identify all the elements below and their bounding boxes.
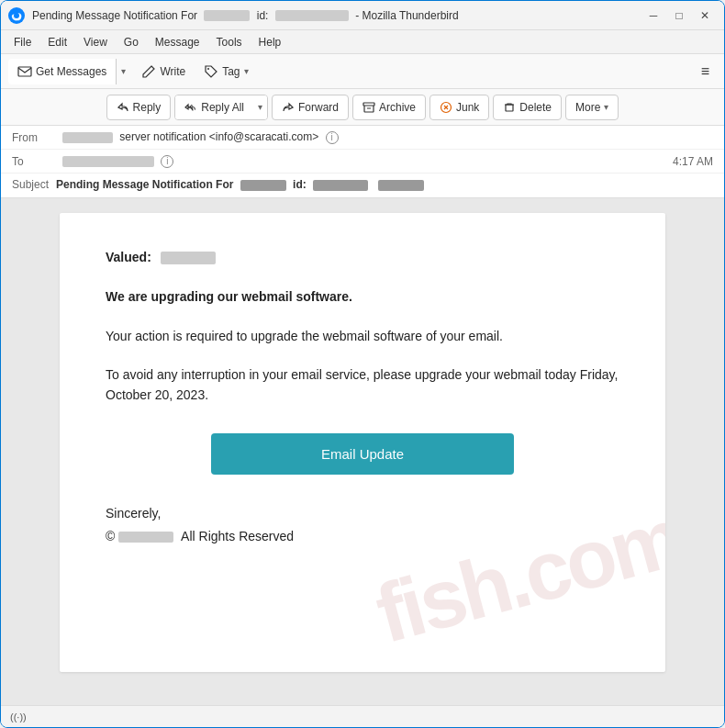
more-button[interactable]: More ▾ [565,95,619,120]
title-id: id: [257,9,269,22]
from-row: From server notification <info@scaracati… [1,126,724,150]
hamburger-menu-button[interactable]: ≡ [694,60,717,84]
svg-rect-6 [506,105,513,111]
svg-point-1 [14,13,19,18]
app-icon [8,7,25,24]
reply-all-main-button[interactable]: Reply All [175,95,253,119]
svg-rect-4 [363,103,374,106]
from-value: server notification <info@scaracati.com>… [62,130,713,144]
greeting-name-redacted [161,252,216,264]
menu-tools[interactable]: Tools [209,34,250,50]
get-messages-split-button[interactable]: Get Messages ▾ [8,59,130,84]
archive-button[interactable]: Archive [352,95,426,120]
menu-message[interactable]: Message [148,34,207,50]
signature-line2: © All Rights Reserved [106,525,619,548]
from-info-icon[interactable]: i [326,131,339,144]
to-value: i [62,154,673,168]
forward-button[interactable]: Forward [272,95,349,120]
more-label: More [575,101,600,114]
menubar: File Edit View Go Message Tools Help [1,30,724,54]
trash-icon [503,101,516,114]
menu-view[interactable]: View [76,34,115,50]
email-paragraph-2: Your action is required to upgrade the w… [106,326,619,346]
reply-all-label: Reply All [201,101,244,114]
main-toolbar: Get Messages ▾ Write Tag ▾ ≡ [1,54,724,89]
subject-value: Pending Message Notification For id: [56,178,428,191]
reply-button[interactable]: Reply [106,95,172,120]
junk-button[interactable]: Junk [429,95,489,120]
forward-label: Forward [298,101,339,114]
email-paragraph-1: We are upgrading our webmail software. [106,286,619,307]
subject-id-part: id: [293,178,307,191]
menu-go[interactable]: Go [117,34,146,50]
reply-all-chevron-icon: ▾ [258,102,262,112]
titlebar: Pending Message Notification For id: - M… [1,1,724,30]
tag-icon [204,64,218,79]
email-content: fish.com Valued: We are upgrading our we… [60,213,665,672]
menu-file[interactable]: File [6,34,39,50]
from-address: server notification <info@scaracati.com> [119,130,318,143]
reply-all-dropdown-button[interactable]: ▾ [253,95,267,119]
get-messages-dropdown-button[interactable]: ▾ [116,59,130,84]
delete-label: Delete [519,101,552,114]
action-toolbar: Reply Reply All ▾ [1,89,724,126]
subject-label: Subject [12,178,49,191]
email-greeting: Valued: [106,250,619,264]
email-paragraph-3: To avoid any interruption in your email … [106,364,619,406]
tag-button[interactable]: Tag ▾ [196,61,255,83]
to-row: To i 4:17 AM [1,150,724,174]
close-button[interactable]: ✕ [693,6,717,26]
greeting-text: Valued: [106,250,151,264]
write-button[interactable]: Write [134,61,193,83]
forward-icon [282,101,295,114]
write-label: Write [160,65,185,78]
archive-icon [362,101,375,114]
get-messages-label: Get Messages [36,65,106,78]
email-headers: From server notification <info@scaracati… [1,126,724,198]
statusbar: ((·)) [1,705,724,727]
chevron-down-icon: ▾ [121,66,126,76]
tag-chevron-icon: ▾ [244,66,249,76]
reply-all-icon [184,101,197,114]
signature-line1: Sincerely, [106,502,619,525]
reply-all-split-button[interactable]: Reply All ▾ [174,95,268,120]
svg-rect-2 [18,67,31,76]
cta-button-wrapper: Email Update [106,433,619,475]
svg-point-3 [207,68,209,70]
subject-text-part1: Pending Message Notification For [56,178,233,191]
to-label: To [12,155,62,168]
reply-icon [117,101,129,114]
to-info-icon[interactable]: i [161,155,173,168]
more-chevron-icon: ▾ [604,102,608,112]
signal-icon: ((·)) [10,711,27,722]
junk-icon [440,101,452,114]
signature-rights: All Rights Reserved [181,529,294,543]
window-controls: ─ □ ✕ [641,6,717,26]
app-name: Mozilla Thunderbird [362,9,458,22]
email-body-area[interactable]: fish.com Valued: We are upgrading our we… [1,198,724,705]
envelope-icon [17,64,32,79]
menu-help[interactable]: Help [251,34,289,50]
delete-button[interactable]: Delete [493,95,562,120]
tag-label: Tag [222,65,240,78]
reply-label: Reply [133,101,162,114]
subject-row: Subject Pending Message Notification For… [1,174,724,197]
junk-label: Junk [456,101,479,114]
email-update-button[interactable]: Email Update [211,433,514,475]
pencil-icon [141,64,156,79]
get-messages-button[interactable]: Get Messages [8,59,116,84]
menu-edit[interactable]: Edit [40,34,74,50]
maximize-button[interactable]: □ [667,6,691,26]
email-time: 4:17 AM [673,155,713,168]
thunderbird-window: Pending Message Notification For id: - M… [0,0,725,728]
minimize-button[interactable]: ─ [641,6,665,26]
archive-label: Archive [379,101,416,114]
email-signature: Sincerely, © All Rights Reserved [106,502,619,548]
title-text: Pending Message Notification For [32,9,197,22]
from-label: From [12,131,62,144]
window-title: Pending Message Notification For id: - M… [32,9,641,22]
